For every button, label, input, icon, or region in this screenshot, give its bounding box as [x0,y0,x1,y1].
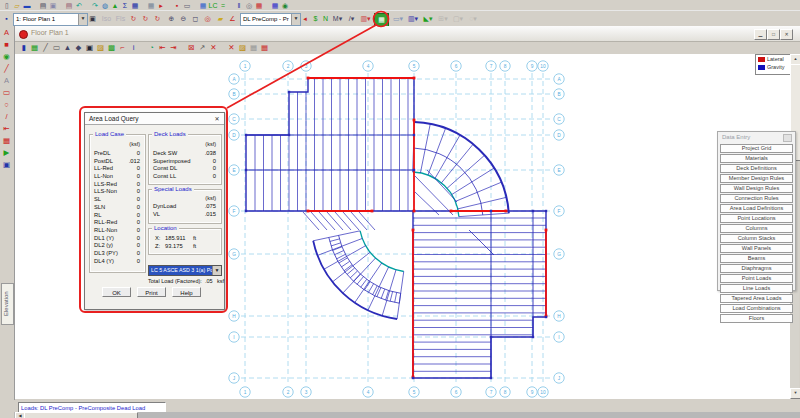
dialog-title-bar[interactable]: Area Load Query ✕ [85,113,224,125]
redo-icon[interactable]: ↷ [90,1,100,10]
extend-left-icon[interactable]: ⇤ [157,42,168,53]
view-mode-icon[interactable]: ▪ [2,13,11,24]
data-entry-item-tapered-area-loads[interactable]: Tapered Area Loads [720,294,793,303]
draw-rect-icon[interactable]: ▭ [51,42,62,53]
member-dropdown-icon[interactable]: M▾ [331,13,344,24]
chevron-down-icon[interactable]: ▼ [212,266,221,275]
data-entry-item-member-design-rules[interactable]: Member Design Rules [720,174,793,183]
minimize-button[interactable]: ▁ [754,29,767,40]
table-red-icon[interactable]: ▦ [254,1,264,10]
new-document-icon[interactable]: ▯ [2,1,12,10]
ok-button[interactable]: OK [102,287,131,297]
data-entry-item-point-locations[interactable]: Point Locations [720,214,793,223]
red-pipe-icon[interactable]: ⌐ [117,42,128,53]
dollar-icon[interactable]: $ [311,13,320,24]
chevron-down-icon[interactable]: ▼ [291,14,300,25]
zoom-out-icon[interactable]: ⊖ [178,13,189,24]
rotate-green-icon[interactable]: ◉ [1,51,12,62]
grid-icon[interactable]: ▦ [146,1,156,10]
panel-dropdown-icon[interactable]: ▢▾ [451,13,465,24]
table-blue2-icon[interactable]: ▦ [270,1,280,10]
print-icon[interactable]: ▤ [38,1,48,10]
zoom-document-icon[interactable]: ◎ [244,1,254,10]
column-dropdown-icon[interactable]: ▥▾ [406,13,420,24]
load-combination-selector[interactable]: LC 5 ASCE ASD 3 1(a) Post ▼ [148,265,222,276]
draw-poly-icon[interactable]: ▲ [62,42,73,53]
n-green-icon[interactable]: N [321,13,330,24]
open-folder-icon[interactable]: ▱ [12,1,22,10]
beam-dropdown-icon[interactable]: ◣▾ [421,13,435,24]
paste-icon[interactable]: ▤ [64,1,74,10]
data-entry-item-materials[interactable]: Materials [720,154,793,163]
red-flag-icon[interactable]: ▸ [156,1,166,10]
hatch-cell-icon[interactable]: ▨ [95,42,106,53]
red-line-icon[interactable]: ╱ [1,63,12,74]
pause-icon[interactable]: ‖ [234,1,244,10]
data-entry-item-floors[interactable]: Floors [720,314,793,323]
data-entry-item-area-load-definitions[interactable]: Area Load Definitions [720,204,793,213]
wall-dropdown-icon[interactable]: ▭▾ [391,13,405,24]
table-blue-icon[interactable]: ▦ [198,1,208,10]
dark-cell-icon[interactable]: ▣ [84,42,95,53]
grid-green-icon[interactable]: ▦ [29,42,40,53]
view-selector[interactable]: 1: Floor Plan 1 ▼ [13,13,88,26]
arrow-ne-icon[interactable]: ↗ [197,42,208,53]
delete-x2-icon[interactable]: ✕ [226,42,237,53]
data-entry-item-deck-definitions[interactable]: Deck Definitions [720,164,793,173]
refresh-1-icon[interactable]: ↻ [128,13,139,24]
circle-dropdown-icon[interactable]: ◌▾ [466,13,480,24]
red-rect-icon[interactable]: ▭ [1,87,12,98]
draw-pentagon-icon[interactable]: ◆ [73,42,84,53]
hatch2-icon[interactable]: ▨ [237,42,248,53]
load-case-selector[interactable]: DL PreComp - Pr ▼ [240,13,301,26]
info-icon[interactable]: i [128,42,139,53]
close-icon[interactable]: ✕ [213,115,221,122]
delete-x1-icon[interactable]: ✕ [208,42,219,53]
data-entry-item-load-combinations[interactable]: Load Combinations [720,304,793,313]
zoom-target-icon[interactable]: ◎ [202,13,213,24]
globe-color-icon[interactable]: ◉ [280,1,290,10]
data-entry-item-wall-design-rules[interactable]: Wall Design Rules [720,184,793,193]
chart-green-icon[interactable]: ▲ [110,1,120,10]
data-entry-item-wall-panels[interactable]: Wall Panels [720,244,793,253]
area-load-query-dialog[interactable]: Area Load Query ✕ Load Case (ksf) PreDL0… [84,112,225,310]
extend-x-icon[interactable]: ⊠ [186,42,197,53]
refresh-2-icon[interactable]: ↻ [140,13,151,24]
green-flag-icon[interactable]: ▶ [1,147,12,158]
sum-sigma-icon[interactable]: Σ [120,1,130,10]
zoom-in-icon[interactable]: ⊕ [166,13,177,24]
apply-load-icon[interactable]: ◂ [300,13,310,24]
zoom-window-icon[interactable]: ◻ [190,13,201,24]
load-combos-lc-icon[interactable]: LC [208,1,218,10]
blue-note-icon[interactable]: ▣ [1,159,12,170]
dark-button-icon[interactable]: ▣ [87,13,98,24]
iso-icon[interactable]: Iso [100,13,113,24]
green-cell-icon[interactable]: ▩ [106,42,117,53]
save-icon[interactable]: ▬ [22,1,32,10]
equals-icon[interactable]: = [218,1,228,10]
draw-line-icon[interactable]: ╱ [40,42,51,53]
gray-a-icon[interactable]: A [1,75,12,86]
red-slash-icon[interactable]: / [1,111,12,122]
copy-icon[interactable]: ▣ [48,1,58,10]
horizontal-scroll-thumb[interactable] [24,412,138,418]
pointer-icon[interactable]: ▮ [18,42,29,53]
elevation-tab[interactable]: Elevation [1,283,14,325]
data-entry-item-columns[interactable]: Columns [720,224,793,233]
undo-icon[interactable]: ↶ [74,1,84,10]
compass-icon[interactable]: ◔ [146,42,157,53]
data-entry-item-diaphragms[interactable]: Diaphragms [720,264,793,273]
data-entry-item-beams[interactable]: Beams [720,254,793,263]
horizontal-scrollbar[interactable]: ◀ [14,412,800,418]
data-entry-item-line-loads[interactable]: Line Loads [720,284,793,293]
data-entry-item-project-grid[interactable]: Project Grid [720,144,793,153]
window-grid-icon[interactable]: ▦ [130,1,140,10]
grid-red-icon[interactable]: ▦ [259,42,270,53]
grid-gray-icon[interactable]: ▦ [248,42,259,53]
data-entry-item-connection-rules[interactable]: Connection Rules [720,194,793,203]
extend-right-icon[interactable]: ⇥ [168,42,179,53]
close-button[interactable]: ✕ [780,29,793,40]
data-entry-item-point-loads[interactable]: Point Loads [720,274,793,283]
solid-red-square-icon[interactable]: ■ [1,39,12,50]
red-grid-icon[interactable]: ▦ [1,135,12,146]
